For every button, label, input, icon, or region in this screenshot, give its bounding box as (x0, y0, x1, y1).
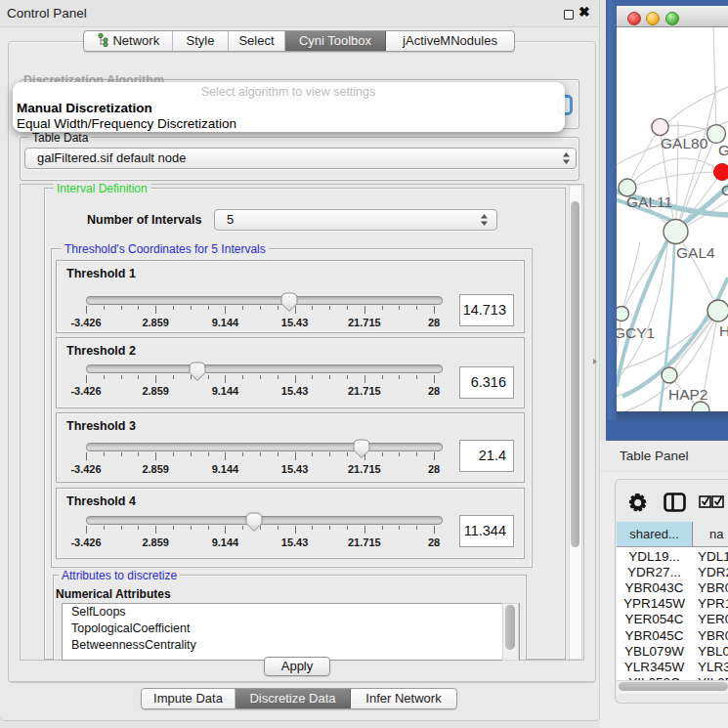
svg-text:GAL11: GAL11 (626, 193, 672, 210)
svg-text:GA: GA (718, 142, 728, 158)
svg-text:C: C (721, 182, 728, 198)
svg-text:HAP2: HAP2 (668, 386, 708, 403)
svg-text:GCY1: GCY1 (617, 324, 655, 341)
svg-text:GAL4: GAL4 (676, 244, 715, 261)
svg-text:GAL80: GAL80 (661, 135, 708, 151)
svg-text:HI: HI (719, 322, 728, 339)
